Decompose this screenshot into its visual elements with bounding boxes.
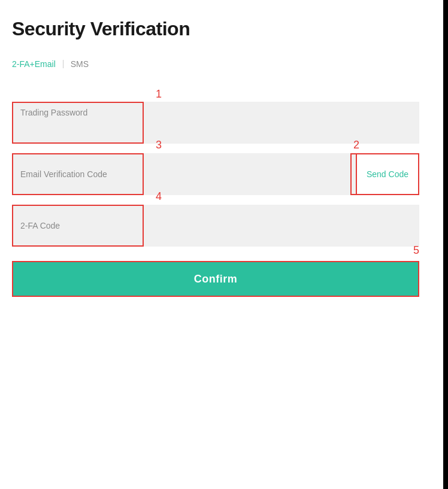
tab-bar: 2-FA+Email SMS [12, 57, 419, 71]
page-title: Security Verification [12, 18, 419, 40]
step-5-indicator: 5 [413, 244, 419, 257]
email-verification-section: 3 2 Send Code [12, 153, 419, 195]
step-1-indicator: 1 [156, 88, 419, 101]
twofa-field-row [12, 205, 419, 247]
right-border-decoration [443, 0, 448, 489]
confirm-section: 5 Confirm [12, 261, 419, 297]
tab-sms[interactable]: SMS [71, 57, 89, 71]
email-verification-code-input[interactable] [12, 153, 356, 195]
step-4-indicator: 4 [156, 190, 162, 203]
trading-password-input[interactable] [20, 108, 140, 117]
confirm-button[interactable]: Confirm [12, 261, 419, 297]
trading-password-field-container [12, 102, 419, 144]
email-field-row: Send Code [12, 153, 419, 195]
twofa-code-input[interactable] [12, 205, 419, 247]
trading-password-section: 1 [12, 88, 419, 144]
step-2-indicator: 2 [353, 139, 359, 151]
tab-divider [63, 60, 63, 68]
tab-2fa-email[interactable]: 2-FA+Email [12, 57, 56, 71]
twofa-section: 4 [12, 205, 419, 247]
step-3-indicator: 3 [156, 139, 162, 151]
send-code-button[interactable]: Send Code [356, 153, 419, 195]
